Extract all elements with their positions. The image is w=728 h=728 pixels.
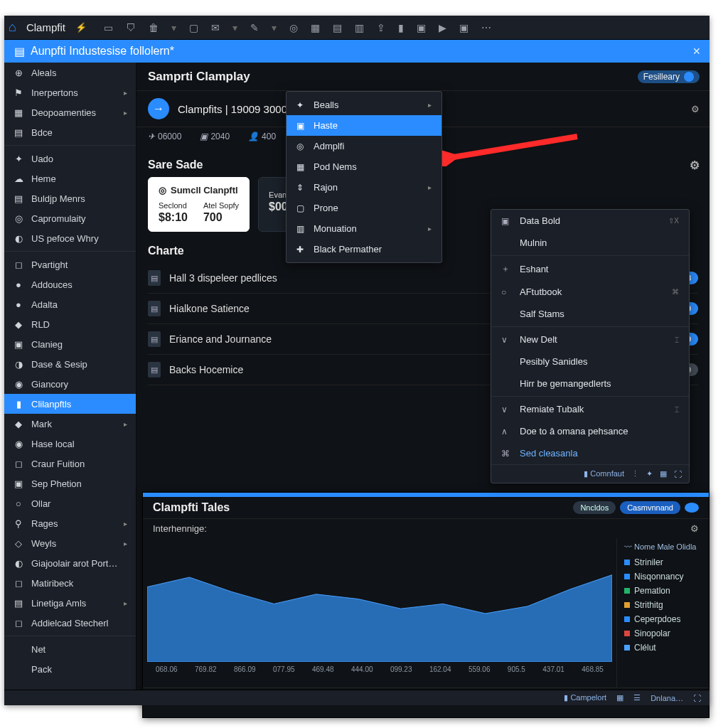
sidebar-icon: ◻	[13, 458, 24, 469]
sidebar-item[interactable]: ◉Hase local	[4, 434, 136, 454]
sidebar-item[interactable]: Net	[4, 639, 136, 659]
calendar-icon[interactable]: ▦	[311, 22, 320, 33]
stat-card[interactable]: ◎Sumcll ClanpftlSeclond$8:10Atel Sopfy70…	[148, 177, 250, 232]
card-icon[interactable]: ▭	[104, 22, 113, 33]
sidebar-item[interactable]: ●Adalta	[4, 294, 136, 314]
panel-icon[interactable]: ▤	[333, 22, 342, 33]
sidebar-item[interactable]: ▤Buldjp Menrs	[4, 188, 136, 208]
sidebar-item[interactable]: ◻Addielcad Stecherl	[4, 613, 136, 633]
sidebar-item[interactable]: ✦Uado	[4, 149, 136, 168]
tag-icon[interactable]: ▮	[398, 22, 404, 33]
legend-item[interactable]: Ceperpdoes	[624, 612, 702, 626]
status-left[interactable]: ▮ Campelort	[564, 693, 606, 702]
legend-item[interactable]: Nisqonnancy	[624, 569, 702, 584]
status-right[interactable]: Dnlana…	[651, 694, 683, 702]
sidebar-item[interactable]: ◐Giajoolair arot Port…	[4, 553, 136, 573]
list-icon[interactable]: ☰	[633, 693, 641, 702]
sidebar-label: Addielcad Stecherl	[31, 618, 108, 628]
sidebar-item[interactable]: ◆Mark▸	[4, 414, 136, 434]
sidebar-item[interactable]: ◻Pvartight	[4, 255, 136, 274]
bolt-icon[interactable]: ⚡	[75, 22, 87, 33]
sidebar-item[interactable]: ▦Deopoamenties▸	[4, 102, 136, 122]
panel-item[interactable]: ∨New Delt⌶	[491, 328, 689, 350]
header-pill[interactable]: Fesilleary	[638, 70, 700, 83]
pill-dot[interactable]	[685, 503, 699, 513]
trash-icon[interactable]: 🗑	[149, 22, 159, 33]
gear-icon[interactable]: ⚙	[691, 104, 700, 114]
doc-icon: ▤	[14, 45, 25, 58]
sidebar-item[interactable]: ◆RLD	[4, 314, 136, 334]
sidebar-item[interactable]: ▣Sep Phetion	[4, 473, 136, 493]
legend-header: 〰 Nome Male Olidla	[624, 542, 702, 551]
chart-plot[interactable]: 068.06769.82866.09077.95469.48444.00099.…	[143, 538, 616, 687]
sidebar-item[interactable]: ○Ollar	[4, 493, 136, 513]
sidebar-item[interactable]: ▤Bdce	[4, 122, 136, 142]
layout-icon[interactable]: ▥	[355, 22, 364, 33]
sidebar-item[interactable]: ⚲Rages▸	[4, 513, 136, 533]
sidebar-item[interactable]: ●Addouces	[4, 274, 136, 294]
context-menu-item[interactable]: ⇕Rajon▸	[287, 177, 441, 198]
context-menu-item[interactable]: ▥Monuation▸	[287, 218, 441, 239]
avatar[interactable]: →	[148, 98, 169, 119]
sidebar-item[interactable]: ◎Capromulaity	[4, 208, 136, 228]
panel-item[interactable]: ∨Remiate Tubalk⌶	[491, 398, 689, 420]
sidebar-item[interactable]: ◻Matiribeck	[4, 573, 136, 593]
sidebar-item[interactable]: ▮Clilanpftls	[4, 394, 136, 414]
context-menu[interactable]: ✦Bealls▸▣Haste◎Admplfi▦Pod Nems⇕Rajon▸▢P…	[286, 91, 442, 263]
side-panel[interactable]: ▣Data Bold⇧XMulnin＋Eshant○AFtutbook⌘Salf…	[491, 209, 690, 483]
context-menu-item[interactable]: ✚Black Permather	[287, 239, 441, 259]
context-menu-item[interactable]: ▢Prone	[287, 198, 441, 218]
funnel-icon[interactable]: ⛉	[126, 22, 136, 33]
home-icon[interactable]: ⌂	[9, 20, 16, 35]
panel-item[interactable]: ⌘Sed cleasanla	[491, 442, 689, 464]
export-icon[interactable]: ⇪	[377, 22, 385, 33]
legend-item[interactable]: Pematlon	[624, 584, 702, 598]
panel-item[interactable]: ▣Data Bold⇧X	[491, 210, 689, 232]
window-icon[interactable]: ▢	[189, 22, 198, 33]
legend-item[interactable]: Sinopolar	[624, 626, 702, 641]
grid-icon[interactable]: ▦	[616, 693, 623, 702]
sidebar-item[interactable]: ⚑Inerpertons▸	[4, 82, 136, 102]
fullscreen-icon[interactable]: ⛶	[693, 694, 701, 702]
sidebar-item[interactable]: ▤Linetiga Amls▸	[4, 593, 136, 613]
legend-item[interactable]: Clélut	[624, 641, 702, 655]
pill-1[interactable]: Nncldos	[573, 501, 616, 514]
account-name: Clampfits | 19009 3000	[178, 103, 287, 115]
legend-item[interactable]: Strithitg	[624, 598, 702, 612]
panel-item[interactable]: Hirr be gemangedlerts	[491, 373, 689, 395]
context-menu-item[interactable]: ✦Bealls▸	[287, 95, 441, 115]
panel-item[interactable]: Salf Stams	[491, 303, 689, 325]
target-icon[interactable]: ◎	[289, 22, 298, 33]
gear-icon[interactable]: ⚙	[690, 523, 699, 534]
sidebar-item[interactable]: ◐US pefoce Whry	[4, 228, 136, 248]
pencil-icon[interactable]: ✎	[250, 22, 259, 33]
sidebar-label: US pefoce Whry	[31, 233, 99, 244]
sidebar-item[interactable]: ◇Weyls▸	[4, 533, 136, 553]
inbox-icon[interactable]: ✉	[211, 22, 220, 33]
panel-item[interactable]: Mulnin	[491, 232, 689, 254]
more-icon[interactable]: ⋯	[481, 22, 491, 33]
gear-icon[interactable]: ⚙	[690, 159, 700, 172]
sidebar-item[interactable]: ☁Heme	[4, 168, 136, 188]
sidebar-item[interactable]: ◻Craur Fuition	[4, 454, 136, 473]
sidebar-item[interactable]: ◉Giancory	[4, 374, 136, 394]
sidebar-item[interactable]: ⊕Aleals	[4, 63, 136, 82]
legend-item[interactable]: Striniler	[624, 555, 702, 569]
sidebar-icon: ⚲	[13, 518, 24, 529]
panel-item[interactable]: ＋Eshant	[491, 257, 689, 281]
panel-item[interactable]: ∧Doe to â omana pehsance	[491, 420, 689, 442]
context-menu-item[interactable]: ▦Pod Nems	[287, 156, 441, 177]
panel-item[interactable]: Pesibly Sanidles	[491, 350, 689, 373]
close-icon[interactable]: ✕	[692, 46, 701, 57]
sidebar-item[interactable]: Pack	[4, 659, 136, 679]
sidebar-item[interactable]: ▣Clanieg	[4, 334, 136, 354]
context-menu-item[interactable]: ◎Admplfi	[287, 136, 441, 156]
sidebar-label: Net	[31, 644, 46, 655]
context-menu-item[interactable]: ▣Haste	[287, 115, 441, 136]
panel-item[interactable]: ○AFtutbook⌘	[491, 281, 689, 303]
sidebar-item[interactable]: ◑Dase & Sesip	[4, 354, 136, 374]
play-icon[interactable]: ▶	[439, 22, 446, 33]
stop-icon[interactable]: ▣	[459, 22, 469, 33]
pill-2[interactable]: Casmvnnand	[620, 501, 680, 514]
doc-icon[interactable]: ▣	[417, 22, 426, 33]
